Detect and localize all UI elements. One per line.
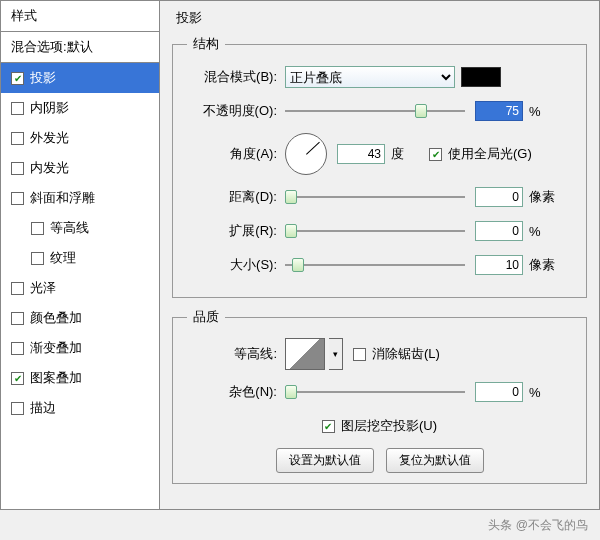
sidebar-item-label: 等高线	[50, 219, 89, 237]
spread-slider[interactable]	[285, 230, 465, 232]
sidebar-item-label: 颜色叠加	[30, 309, 82, 327]
opacity-slider[interactable]	[285, 110, 465, 112]
set-default-button[interactable]: 设置为默认值	[276, 448, 374, 473]
quality-legend: 品质	[187, 308, 225, 326]
sidebar-item-10[interactable]: 图案叠加	[1, 363, 159, 393]
angle-label: 角度(A):	[187, 145, 277, 163]
checkbox-icon[interactable]	[11, 72, 24, 85]
contour-picker[interactable]	[285, 338, 325, 370]
sidebar-item-11[interactable]: 描边	[1, 393, 159, 423]
sidebar-item-label: 斜面和浮雕	[30, 189, 95, 207]
global-light-label: 使用全局光(G)	[448, 145, 532, 163]
sidebar-item-label: 描边	[30, 399, 56, 417]
opacity-unit: %	[529, 104, 557, 119]
distance-unit: 像素	[529, 188, 557, 206]
opacity-input[interactable]	[475, 101, 523, 121]
sidebar-item-label: 投影	[30, 69, 56, 87]
size-slider[interactable]	[285, 264, 465, 266]
noise-slider[interactable]	[285, 391, 465, 393]
spread-label: 扩展(R):	[187, 222, 277, 240]
sidebar-item-9[interactable]: 渐变叠加	[1, 333, 159, 363]
sidebar-blend-options[interactable]: 混合选项:默认	[1, 32, 159, 63]
structure-group: 结构 混合模式(B): 正片叠底 不透明度(O): % 角度(A):	[172, 35, 587, 298]
spread-unit: %	[529, 224, 557, 239]
spread-input[interactable]	[475, 221, 523, 241]
contour-dropdown-icon[interactable]: ▾	[329, 338, 343, 370]
checkbox-icon	[353, 348, 366, 361]
knockout-label: 图层挖空投影(U)	[341, 417, 437, 435]
sidebar-item-1[interactable]: 内阴影	[1, 93, 159, 123]
sidebar-header: 样式	[1, 1, 159, 32]
noise-unit: %	[529, 385, 557, 400]
sidebar-item-2[interactable]: 外发光	[1, 123, 159, 153]
size-unit: 像素	[529, 256, 557, 274]
blend-mode-select[interactable]: 正片叠底	[285, 66, 455, 88]
structure-legend: 结构	[187, 35, 225, 53]
sidebar-item-label: 内发光	[30, 159, 69, 177]
reset-default-button[interactable]: 复位为默认值	[386, 448, 484, 473]
distance-input[interactable]	[475, 187, 523, 207]
knockout-checkbox[interactable]: 图层挖空投影(U)	[322, 417, 437, 435]
watermark: 头条 @不会飞的鸟	[488, 517, 588, 534]
checkbox-icon	[322, 420, 335, 433]
quality-group: 品质 等高线: ▾ 消除锯齿(L) 杂色(N): % 图层挖空投影(	[172, 308, 587, 484]
size-input[interactable]	[475, 255, 523, 275]
sidebar-item-label: 纹理	[50, 249, 76, 267]
checkbox-icon[interactable]	[11, 132, 24, 145]
sidebar-item-0[interactable]: 投影	[1, 63, 159, 93]
sidebar-item-label: 渐变叠加	[30, 339, 82, 357]
checkbox-icon	[429, 148, 442, 161]
shadow-color-swatch[interactable]	[461, 67, 501, 87]
sidebar-item-6[interactable]: 纹理	[1, 243, 159, 273]
checkbox-icon[interactable]	[11, 282, 24, 295]
checkbox-icon[interactable]	[11, 402, 24, 415]
panel-title: 投影	[172, 9, 587, 27]
sidebar-list: 投影内阴影外发光内发光斜面和浮雕等高线纹理光泽颜色叠加渐变叠加图案叠加描边	[1, 63, 159, 509]
noise-label: 杂色(N):	[187, 383, 277, 401]
opacity-label: 不透明度(O):	[187, 102, 277, 120]
distance-slider[interactable]	[285, 196, 465, 198]
angle-input[interactable]	[337, 144, 385, 164]
blend-mode-label: 混合模式(B):	[187, 68, 277, 86]
contour-label: 等高线:	[187, 345, 277, 363]
angle-dial[interactable]	[285, 133, 327, 175]
styles-sidebar: 样式 混合选项:默认 投影内阴影外发光内发光斜面和浮雕等高线纹理光泽颜色叠加渐变…	[0, 0, 160, 510]
sidebar-item-label: 光泽	[30, 279, 56, 297]
antialias-label: 消除锯齿(L)	[372, 345, 440, 363]
checkbox-icon[interactable]	[31, 252, 44, 265]
sidebar-item-label: 内阴影	[30, 99, 69, 117]
checkbox-icon[interactable]	[11, 312, 24, 325]
sidebar-item-3[interactable]: 内发光	[1, 153, 159, 183]
global-light-checkbox[interactable]: 使用全局光(G)	[429, 145, 532, 163]
distance-label: 距离(D):	[187, 188, 277, 206]
sidebar-item-label: 图案叠加	[30, 369, 82, 387]
checkbox-icon[interactable]	[11, 192, 24, 205]
angle-unit: 度	[391, 145, 419, 163]
checkbox-icon[interactable]	[11, 162, 24, 175]
main-panel: 投影 结构 混合模式(B): 正片叠底 不透明度(O): % 角度(A):	[160, 0, 600, 510]
checkbox-icon[interactable]	[11, 372, 24, 385]
checkbox-icon[interactable]	[31, 222, 44, 235]
noise-input[interactable]	[475, 382, 523, 402]
checkbox-icon[interactable]	[11, 102, 24, 115]
checkbox-icon[interactable]	[11, 342, 24, 355]
sidebar-item-label: 外发光	[30, 129, 69, 147]
sidebar-item-5[interactable]: 等高线	[1, 213, 159, 243]
sidebar-item-4[interactable]: 斜面和浮雕	[1, 183, 159, 213]
sidebar-item-8[interactable]: 颜色叠加	[1, 303, 159, 333]
sidebar-item-7[interactable]: 光泽	[1, 273, 159, 303]
antialias-checkbox[interactable]: 消除锯齿(L)	[353, 345, 440, 363]
size-label: 大小(S):	[187, 256, 277, 274]
